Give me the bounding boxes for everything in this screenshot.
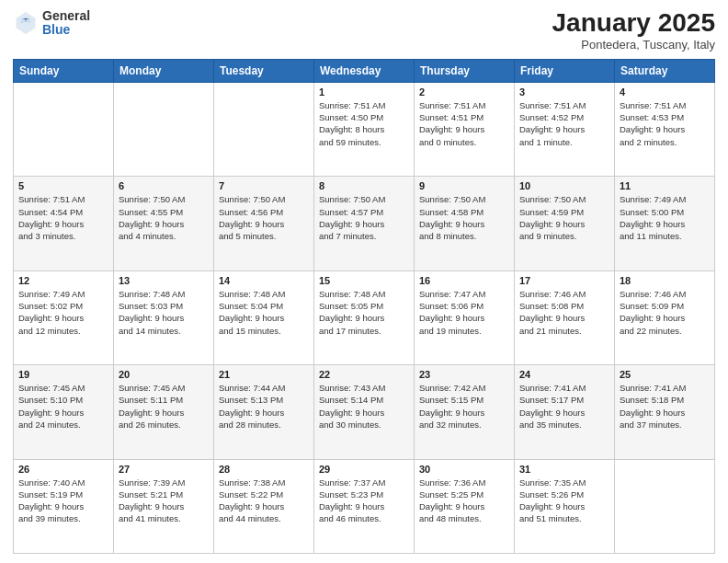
day-info: Sunrise: 7:51 AM Sunset: 4:54 PM Dayligh…: [18, 193, 108, 242]
logo-blue-text: Blue: [42, 23, 90, 37]
calendar-cell: 10Sunrise: 7:50 AM Sunset: 4:59 PM Dayli…: [515, 177, 615, 270]
calendar-cell: [615, 459, 715, 553]
day-number: 26: [18, 464, 108, 475]
calendar-cell: 24Sunrise: 7:41 AM Sunset: 5:17 PM Dayli…: [515, 365, 615, 459]
calendar-cell: 31Sunrise: 7:35 AM Sunset: 5:26 PM Dayli…: [515, 459, 615, 553]
day-number: 19: [18, 369, 108, 380]
day-info: Sunrise: 7:38 AM Sunset: 5:22 PM Dayligh…: [219, 477, 309, 525]
day-number: 6: [119, 180, 209, 191]
calendar-cell: [214, 82, 314, 176]
calendar-cell: 21Sunrise: 7:44 AM Sunset: 5:13 PM Dayli…: [214, 365, 314, 459]
day-number: 7: [219, 180, 309, 191]
location: Pontedera, Tuscany, Italy: [552, 38, 715, 52]
day-info: Sunrise: 7:51 AM Sunset: 4:50 PM Dayligh…: [319, 99, 409, 148]
logo-text: General Blue: [42, 9, 90, 38]
day-number: 25: [620, 369, 710, 380]
calendar-week-2: 5Sunrise: 7:51 AM Sunset: 4:54 PM Daylig…: [14, 177, 715, 270]
calendar-cell: 30Sunrise: 7:36 AM Sunset: 5:25 PM Dayli…: [415, 459, 515, 553]
day-number: 30: [419, 464, 509, 475]
col-saturday: Saturday: [615, 59, 715, 82]
day-info: Sunrise: 7:42 AM Sunset: 5:15 PM Dayligh…: [419, 382, 509, 431]
day-info: Sunrise: 7:50 AM Sunset: 4:58 PM Dayligh…: [419, 193, 509, 242]
calendar-cell: [14, 82, 114, 176]
logo-icon: [13, 10, 39, 36]
day-info: Sunrise: 7:51 AM Sunset: 4:53 PM Dayligh…: [620, 99, 710, 148]
calendar-header: Sunday Monday Tuesday Wednesday Thursday…: [14, 59, 715, 82]
calendar-cell: 13Sunrise: 7:48 AM Sunset: 5:03 PM Dayli…: [114, 270, 214, 364]
calendar-cell: 2Sunrise: 7:51 AM Sunset: 4:51 PM Daylig…: [415, 82, 515, 176]
day-number: 24: [519, 369, 609, 380]
calendar-cell: 3Sunrise: 7:51 AM Sunset: 4:52 PM Daylig…: [515, 82, 615, 176]
calendar-cell: 16Sunrise: 7:47 AM Sunset: 5:06 PM Dayli…: [415, 270, 515, 364]
day-info: Sunrise: 7:41 AM Sunset: 5:18 PM Dayligh…: [620, 382, 710, 431]
day-number: 21: [219, 369, 309, 380]
calendar-week-3: 12Sunrise: 7:49 AM Sunset: 5:02 PM Dayli…: [14, 270, 715, 364]
col-monday: Monday: [114, 59, 214, 82]
day-info: Sunrise: 7:48 AM Sunset: 5:04 PM Dayligh…: [219, 288, 309, 337]
day-info: Sunrise: 7:37 AM Sunset: 5:23 PM Dayligh…: [319, 477, 409, 525]
calendar-week-5: 26Sunrise: 7:40 AM Sunset: 5:19 PM Dayli…: [14, 459, 715, 553]
day-info: Sunrise: 7:43 AM Sunset: 5:14 PM Dayligh…: [319, 382, 409, 431]
day-number: 28: [219, 464, 309, 475]
col-sunday: Sunday: [14, 59, 114, 82]
day-info: Sunrise: 7:40 AM Sunset: 5:19 PM Dayligh…: [18, 477, 108, 525]
calendar-cell: 12Sunrise: 7:49 AM Sunset: 5:02 PM Dayli…: [14, 270, 114, 364]
day-info: Sunrise: 7:49 AM Sunset: 5:02 PM Dayligh…: [18, 288, 108, 337]
col-friday: Friday: [515, 59, 615, 82]
day-number: 5: [18, 180, 108, 191]
calendar-cell: 8Sunrise: 7:50 AM Sunset: 4:57 PM Daylig…: [314, 177, 415, 270]
day-info: Sunrise: 7:41 AM Sunset: 5:17 PM Dayligh…: [519, 382, 609, 431]
calendar-cell: 7Sunrise: 7:50 AM Sunset: 4:56 PM Daylig…: [214, 177, 314, 270]
day-number: 2: [419, 86, 509, 98]
svg-marker-0: [17, 12, 36, 35]
day-number: 29: [319, 464, 409, 475]
calendar-cell: 20Sunrise: 7:45 AM Sunset: 5:11 PM Dayli…: [114, 365, 214, 459]
day-number: 12: [18, 275, 108, 286]
calendar-week-1: 1Sunrise: 7:51 AM Sunset: 4:50 PM Daylig…: [14, 82, 715, 176]
day-number: 23: [419, 369, 509, 380]
calendar-cell: 9Sunrise: 7:50 AM Sunset: 4:58 PM Daylig…: [415, 177, 515, 270]
day-info: Sunrise: 7:50 AM Sunset: 4:59 PM Dayligh…: [519, 193, 609, 242]
calendar-cell: 18Sunrise: 7:46 AM Sunset: 5:09 PM Dayli…: [615, 270, 715, 364]
calendar-cell: [114, 82, 214, 176]
day-info: Sunrise: 7:39 AM Sunset: 5:21 PM Dayligh…: [119, 477, 209, 525]
calendar-cell: 28Sunrise: 7:38 AM Sunset: 5:22 PM Dayli…: [214, 459, 314, 553]
logo-general-text: General: [42, 9, 90, 23]
col-thursday: Thursday: [415, 59, 515, 82]
day-number: 20: [119, 369, 209, 380]
day-info: Sunrise: 7:48 AM Sunset: 5:03 PM Dayligh…: [119, 288, 209, 337]
day-number: 15: [319, 275, 409, 286]
day-number: 22: [319, 369, 409, 380]
day-info: Sunrise: 7:46 AM Sunset: 5:08 PM Dayligh…: [519, 288, 609, 337]
day-info: Sunrise: 7:50 AM Sunset: 4:55 PM Dayligh…: [119, 193, 209, 242]
day-info: Sunrise: 7:45 AM Sunset: 5:11 PM Dayligh…: [119, 382, 209, 431]
calendar-cell: 25Sunrise: 7:41 AM Sunset: 5:18 PM Dayli…: [615, 365, 715, 459]
day-number: 14: [219, 275, 309, 286]
day-number: 17: [519, 275, 609, 286]
day-info: Sunrise: 7:45 AM Sunset: 5:10 PM Dayligh…: [18, 382, 108, 431]
month-title: January 2025: [552, 9, 715, 38]
header: General Blue January 2025 Pontedera, Tus…: [13, 9, 715, 52]
title-block: January 2025 Pontedera, Tuscany, Italy: [552, 9, 715, 52]
day-info: Sunrise: 7:35 AM Sunset: 5:26 PM Dayligh…: [519, 477, 609, 525]
calendar-body: 1Sunrise: 7:51 AM Sunset: 4:50 PM Daylig…: [14, 82, 715, 553]
calendar-cell: 29Sunrise: 7:37 AM Sunset: 5:23 PM Dayli…: [314, 459, 415, 553]
day-info: Sunrise: 7:48 AM Sunset: 5:05 PM Dayligh…: [319, 288, 409, 337]
calendar-table: Sunday Monday Tuesday Wednesday Thursday…: [13, 59, 715, 554]
day-number: 16: [419, 275, 509, 286]
day-info: Sunrise: 7:50 AM Sunset: 4:56 PM Dayligh…: [219, 193, 309, 242]
day-info: Sunrise: 7:36 AM Sunset: 5:25 PM Dayligh…: [419, 477, 509, 525]
calendar-cell: 27Sunrise: 7:39 AM Sunset: 5:21 PM Dayli…: [114, 459, 214, 553]
day-info: Sunrise: 7:44 AM Sunset: 5:13 PM Dayligh…: [219, 382, 309, 431]
day-header-row: Sunday Monday Tuesday Wednesday Thursday…: [14, 59, 715, 82]
day-number: 11: [620, 180, 710, 191]
calendar-cell: 6Sunrise: 7:50 AM Sunset: 4:55 PM Daylig…: [114, 177, 214, 270]
day-number: 8: [319, 180, 409, 191]
col-wednesday: Wednesday: [314, 59, 415, 82]
day-number: 18: [620, 275, 710, 286]
day-number: 31: [519, 464, 609, 475]
calendar-week-4: 19Sunrise: 7:45 AM Sunset: 5:10 PM Dayli…: [14, 365, 715, 459]
col-tuesday: Tuesday: [214, 59, 314, 82]
day-number: 1: [319, 86, 409, 98]
calendar-cell: 14Sunrise: 7:48 AM Sunset: 5:04 PM Dayli…: [214, 270, 314, 364]
